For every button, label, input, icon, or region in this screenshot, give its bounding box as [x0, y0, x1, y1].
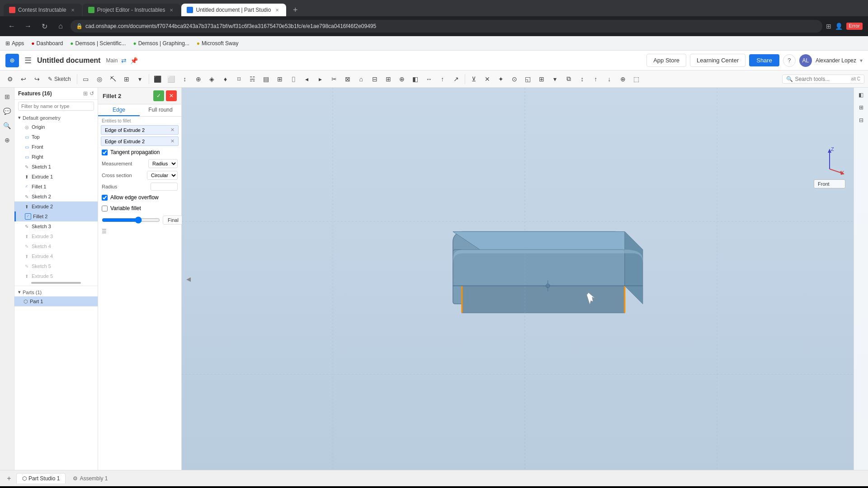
toolbar-btn-2[interactable]: ◎	[93, 73, 106, 85]
parts-header[interactable]: ▾ Parts (1)	[14, 288, 98, 296]
fillet-entity-1[interactable]: Edge of Extrude 2 ✕	[101, 125, 179, 135]
measurement-select[interactable]: Radius	[148, 159, 178, 168]
pin-icon[interactable]: 📌	[130, 57, 138, 64]
bottom-tab-assembly[interactable]: ⚙ Assembly 1	[67, 474, 113, 483]
sketch-button[interactable]: ✎ Sketch	[44, 74, 75, 84]
toolbar-btn-18[interactable]: ▸	[314, 73, 327, 85]
allow-edge-overflow-checkbox[interactable]	[102, 195, 108, 201]
toolbar-btn-38[interactable]: ↑	[590, 73, 602, 85]
url-bar[interactable]: 🔒 cad.onshape.com/documents/f70744bca924…	[71, 20, 822, 33]
bookmark-sway[interactable]: ● Microsoft Sway	[197, 40, 239, 47]
toolbar-btn-6[interactable]: ⬛	[151, 73, 164, 85]
bottom-add-tab[interactable]: +	[4, 473, 14, 484]
browser-tab-contest[interactable]: Contest Instructable ✕	[4, 4, 82, 16]
feature-item-extrude1[interactable]: ⬆ Extrude 1	[14, 172, 98, 182]
toolbar-undo[interactable]: ↩	[17, 73, 30, 85]
toolbar-btn-35[interactable]: ▾	[549, 73, 561, 85]
help-button[interactable]: ?	[783, 54, 796, 67]
user-menu-chevron[interactable]: ▾	[860, 57, 863, 64]
radius-input[interactable]: 0.2 in	[151, 183, 178, 191]
toolbar-btn-1[interactable]: ▭	[80, 73, 92, 85]
bookmark-apps[interactable]: ⊞ Apps	[5, 40, 24, 47]
toolbar-btn-4[interactable]: ⊞	[120, 73, 133, 85]
feature-item-sketch4[interactable]: ✎ Sketch 4	[14, 241, 98, 251]
toolbar-btn-26[interactable]: ↔	[423, 73, 435, 85]
fillet-ok-button[interactable]: ✓	[153, 90, 164, 101]
forward-button[interactable]: →	[22, 20, 34, 33]
feature-item-fillet2[interactable]: ◜ Fillet 2	[14, 211, 98, 221]
toolbar-btn-11[interactable]: ♦	[219, 73, 232, 85]
feature-tree-icon-2[interactable]: ↺	[90, 90, 94, 97]
hamburger-menu[interactable]: ☰	[23, 54, 33, 67]
toolbar-btn-5[interactable]: ▾	[134, 73, 146, 85]
toolbar-btn-22[interactable]: ⊟	[368, 73, 381, 85]
toolbar-btn-25[interactable]: ◧	[409, 73, 422, 85]
left-icon-inspect[interactable]: 🔍	[2, 120, 13, 131]
feature-group-default-geometry[interactable]: ▾ Default geometry	[14, 113, 98, 122]
taskbar-icon-mail[interactable]: ✉	[195, 486, 212, 488]
tab-close-contest[interactable]: ✕	[69, 6, 76, 14]
toolbar-btn-12[interactable]: ⌑	[233, 73, 245, 85]
feature-item-origin[interactable]: ◎ Origin	[14, 122, 98, 132]
taskbar-icon-task-view[interactable]: ⊞	[127, 486, 143, 488]
fillet-tab-edge[interactable]: Edge	[98, 104, 140, 116]
bottom-tab-part-studio[interactable]: ⬡ Part Studio 1	[16, 473, 66, 483]
toolbar-btn-37[interactable]: ↕	[576, 73, 589, 85]
toolbar-btn-8[interactable]: ↕	[179, 73, 191, 85]
viewport-chevron-left[interactable]: ◂	[186, 273, 191, 284]
left-icon-3d[interactable]: ⊕	[2, 135, 13, 145]
toolbar-btn-40[interactable]: ⊕	[617, 73, 629, 85]
toolbar-btn-29[interactable]: ⊻	[467, 73, 480, 85]
part-item-1[interactable]: ⬡ Part 1	[14, 296, 98, 306]
toolbar-btn-16[interactable]: ⌷	[287, 73, 300, 85]
toolbar-btn-9[interactable]: ⊕	[192, 73, 205, 85]
fillet-cancel-button[interactable]: ✕	[166, 90, 177, 101]
variable-fillet-checkbox[interactable]	[102, 206, 108, 211]
tab-close-onshape[interactable]: ✕	[274, 6, 281, 14]
feature-item-sketch1[interactable]: ✎ Sketch 1	[14, 162, 98, 172]
view-cube-front[interactable]: Front	[814, 179, 845, 188]
toolbar-btn-20[interactable]: ⊠	[341, 73, 354, 85]
fillet-final-button[interactable]: Final	[163, 216, 184, 225]
toolbar-btn-24[interactable]: ⊕	[396, 73, 408, 85]
toolbar-btn-36[interactable]: ⧉	[562, 73, 575, 85]
feature-item-front[interactable]: ▭ Front	[14, 142, 98, 152]
toolbar-btn-3[interactable]: ⛏	[107, 73, 119, 85]
toolbar-redo[interactable]: ↪	[31, 73, 43, 85]
fillet-tab-full-round[interactable]: Full round	[140, 104, 181, 116]
toolbar-btn-39[interactable]: ↓	[603, 73, 616, 85]
browser-tab-onshape[interactable]: Untitled document | Part Studio ✕	[181, 4, 286, 16]
toolbar-btn-31[interactable]: ✦	[495, 73, 507, 85]
bookmark-demsos-graph[interactable]: ● Demsos | Graphing...	[133, 40, 189, 47]
tangent-propagation-checkbox[interactable]	[102, 150, 108, 155]
toolbar-btn-28[interactable]: ↗	[450, 73, 462, 85]
fillet-entity-2[interactable]: Edge of Extrude 2 ✕	[101, 136, 179, 146]
feature-item-sketch3[interactable]: ✎ Sketch 3	[14, 221, 98, 231]
feature-item-extrude3[interactable]: ⬆ Extrude 3	[14, 231, 98, 241]
feature-item-fillet1[interactable]: ◜ Fillet 1	[14, 182, 98, 192]
bookmark-demsos-sci[interactable]: ● Demsos | Scientific...	[70, 40, 126, 47]
fillet-list-icon[interactable]: ☰	[102, 228, 178, 235]
toolbar-btn-10[interactable]: ◈	[206, 73, 218, 85]
toolbar-btn-23[interactable]: ⊞	[382, 73, 395, 85]
toolbar-btn-34[interactable]: ⊞	[535, 73, 548, 85]
toolbar-btn-41[interactable]: ⬚	[630, 73, 643, 85]
toolbar-btn-15[interactable]: ⊞	[274, 73, 286, 85]
left-icon-comment[interactable]: 💬	[2, 106, 13, 117]
right-mini-btn-3[interactable]: ⊟	[856, 115, 867, 126]
feature-filter-input[interactable]	[18, 102, 94, 111]
home-button[interactable]: ⌂	[54, 20, 67, 33]
fillet-slider[interactable]	[102, 216, 160, 224]
feature-item-extrude5[interactable]: ⬆ Extrude 5	[14, 271, 98, 281]
toolbar-btn-27[interactable]: ↑	[436, 73, 449, 85]
feature-item-right[interactable]: ▭ Right	[14, 152, 98, 162]
toolbar-btn-17[interactable]: ◂	[301, 73, 313, 85]
toolbar-btn-13[interactable]: ☵	[246, 73, 259, 85]
search-tools-input[interactable]	[795, 76, 849, 82]
feature-item-top[interactable]: ▭ Top	[14, 132, 98, 142]
toolbar-btn-21[interactable]: ⌂	[355, 73, 368, 85]
3d-viewport[interactable]: ◂ Z X Front	[182, 88, 868, 470]
learning-center-button[interactable]: Learning Center	[690, 54, 745, 67]
feature-tree-icon-1[interactable]: ⊞	[83, 90, 88, 97]
toolbar-btn-7[interactable]: ⬜	[165, 73, 178, 85]
